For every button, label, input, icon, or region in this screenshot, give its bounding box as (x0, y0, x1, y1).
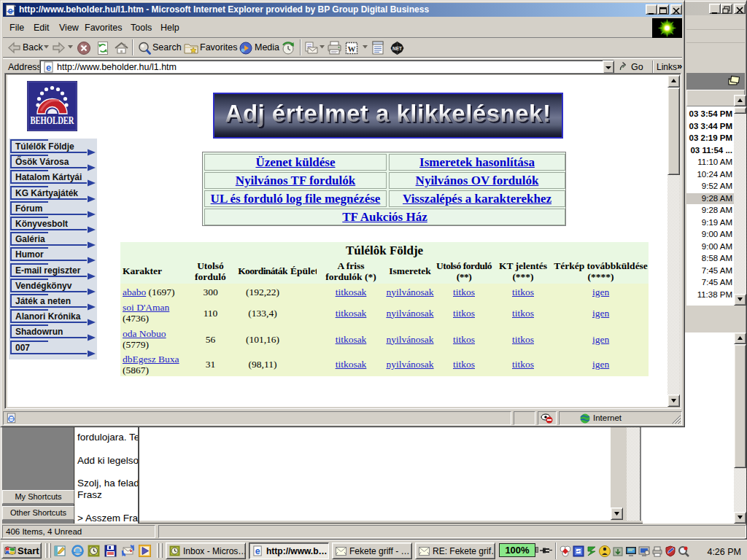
svg-text:W: W (348, 44, 356, 53)
svg-text:e: e (255, 546, 260, 556)
svg-text:e: e (7, 5, 12, 16)
svg-text:e: e (46, 62, 51, 73)
svg-text:NET: NET (392, 46, 402, 51)
svg-text:BEHOLDER: BEHOLDER (31, 114, 74, 126)
